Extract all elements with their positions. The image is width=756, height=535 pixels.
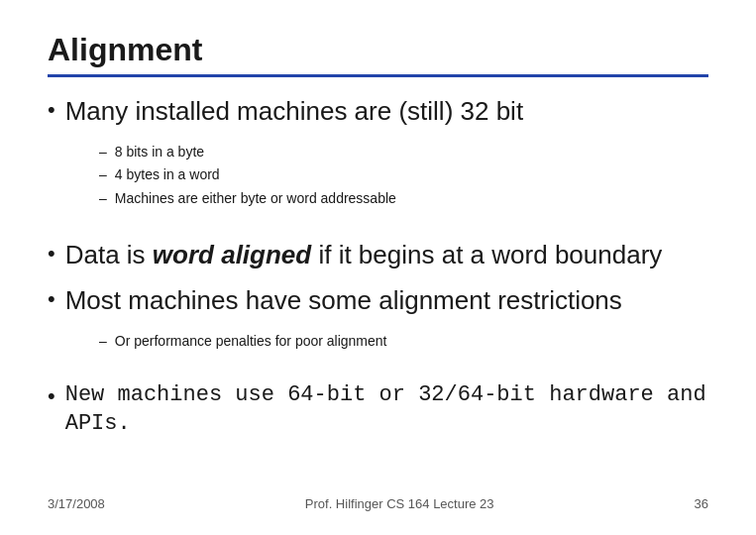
sub-text-1-3: Machines are either byte or word address… — [115, 187, 396, 209]
sub-text-1-1: 8 bits in a byte — [115, 141, 204, 162]
bullet-text-2: Data is word aligned if it begins at a w… — [65, 239, 663, 272]
sub-bullet-1-3: – Machines are either byte or word addre… — [99, 187, 708, 209]
sub-text-1-2: 4 bytes in a word — [115, 163, 220, 185]
sub-dash: – — [99, 330, 107, 352]
footer: 3/17/2008 Prof. Hilfinger CS 164 Lecture… — [48, 484, 708, 511]
footer-date: 3/17/2008 — [48, 496, 105, 511]
sub-bullet-1-1: – 8 bits in a byte — [99, 141, 708, 162]
title-divider — [48, 74, 708, 77]
sub-bullet-3-1: – Or performance penalties for poor alig… — [99, 330, 708, 352]
bullet-text-4: New machines use 64-bit or 32/64-bit har… — [65, 381, 708, 438]
sub-dash: – — [99, 141, 107, 162]
sub-dash: – — [99, 187, 107, 209]
bullet-3: • Most machines have some alignment rest… — [48, 284, 708, 318]
bullet-4: • New machines use 64-bit or 32/64-bit h… — [48, 381, 708, 438]
bullet-1: • Many installed machines are (still) 32… — [48, 95, 708, 129]
sub-bullet-1-2: – 4 bytes in a word — [99, 163, 708, 185]
slide-body: • Many installed machines are (still) 32… — [48, 95, 708, 484]
sub-bullets-3: – Or performance penalties for poor alig… — [99, 330, 708, 352]
bullet-dot-4: • — [48, 382, 55, 411]
sub-dash: – — [99, 163, 107, 185]
bullet-dot-3: • — [48, 285, 55, 314]
footer-center: Prof. Hilfinger CS 164 Lecture 23 — [305, 496, 494, 511]
slide-title: Alignment — [48, 32, 708, 68]
slide: Alignment • Many installed machines are … — [0, 0, 756, 535]
bullet-2: • Data is word aligned if it begins at a… — [48, 239, 708, 272]
sub-text-3-1: Or performance penalties for poor alignm… — [115, 330, 387, 352]
bullet-dot-1: • — [48, 96, 55, 125]
footer-page: 36 — [695, 496, 708, 511]
sub-bullets-1: – 8 bits in a byte – 4 bytes in a word –… — [99, 141, 708, 209]
bullet-dot-2: • — [48, 240, 55, 268]
bullet-text-3: Most machines have some alignment restri… — [65, 284, 622, 318]
bullet-text-1: Many installed machines are (still) 32 b… — [65, 95, 523, 129]
